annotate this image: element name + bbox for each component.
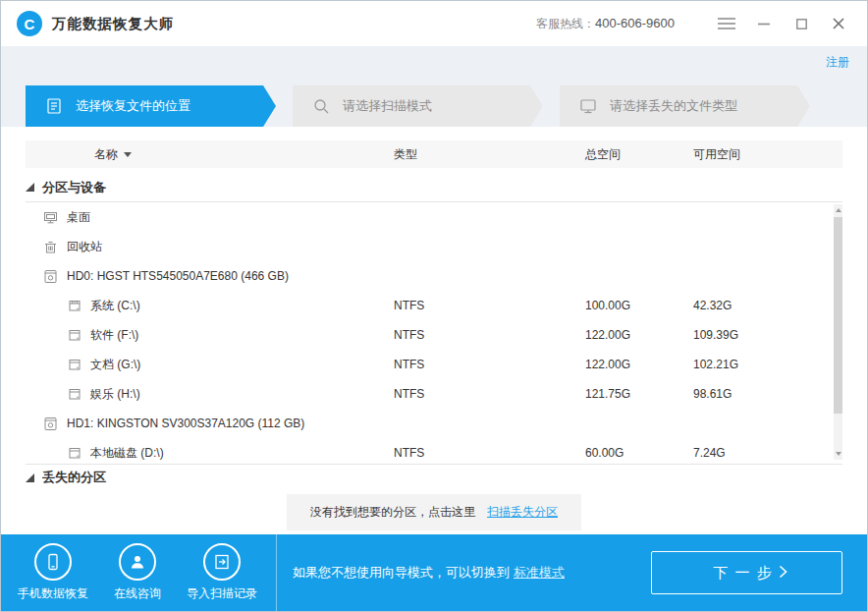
search-icon <box>312 97 330 115</box>
wizard-steps: 选择恢复文件的位置 请选择扫描模式 请选择丢失的文件类型 <box>1 78 867 127</box>
app-title: 万能数据恢复大师 <box>52 15 174 33</box>
hard-drive-icon <box>43 269 58 284</box>
person-icon <box>119 543 156 581</box>
collapse-icon <box>26 473 34 482</box>
hotline: 客服热线：400-606-9600 <box>536 16 675 32</box>
register-link[interactable]: 注册 <box>826 54 849 71</box>
table-row[interactable]: 本地磁盘 (D:\) NTFS 60.00G 7.24G <box>26 438 842 464</box>
recycle-bin-icon <box>43 240 58 254</box>
section-lost[interactable]: 丢失的分区 <box>26 464 842 490</box>
top-zone: 注册 选择恢复文件的位置 请选择扫描模式 请选择丢失的文件类型 <box>1 46 867 127</box>
mode-hint: 如果您不想使用向导模式，可以切换到标准模式 <box>293 564 565 582</box>
scrollbar[interactable] <box>834 204 842 460</box>
table-row[interactable]: 娱乐 (H:\) NTFS 121.75G 98.61G <box>26 379 842 409</box>
sort-caret-icon <box>124 152 132 157</box>
scroll-up-icon[interactable] <box>836 208 841 212</box>
step-select-location[interactable]: 选择恢复文件的位置 <box>26 85 263 127</box>
disk-icon <box>68 358 81 371</box>
import-icon <box>203 543 241 581</box>
hotline-number: 400-606-9600 <box>595 16 675 30</box>
lost-hint: 没有找到想要的分区，点击这里 扫描丢失分区 <box>287 494 581 530</box>
table-row[interactable]: 软件 (F:\) NTFS 122.00G 109.39G <box>26 320 842 350</box>
column-type: 类型 <box>394 146 585 163</box>
table-row[interactable]: 桌面 <box>26 202 842 232</box>
action-label: 导入扫描记录 <box>187 585 257 602</box>
device-list: 桌面 回收站 HD0: HGST HTS545050A7E680 (466 GB… <box>26 202 842 464</box>
menu-icon[interactable] <box>712 11 741 36</box>
column-name[interactable]: 名称 <box>26 146 394 163</box>
document-icon <box>45 97 63 115</box>
column-free: 可用空间 <box>693 146 842 163</box>
action-label: 在线咨询 <box>114 585 161 602</box>
register-row: 注册 <box>1 46 867 78</box>
minimize-button[interactable] <box>749 11 779 36</box>
table-row[interactable]: HD0: HGST HTS545050A7E680 (466 GB) <box>26 261 842 291</box>
section-devices[interactable]: 分区与设备 <box>26 173 842 202</box>
standard-mode-link[interactable]: 标准模式 <box>514 565 565 580</box>
system-disk-icon <box>68 299 81 312</box>
hotline-label: 客服热线： <box>536 17 595 30</box>
step-label: 请选择丢失的文件类型 <box>610 97 737 115</box>
column-total: 总空间 <box>585 146 693 163</box>
action-label: 手机数据恢复 <box>18 585 88 602</box>
action-online-support[interactable]: 在线咨询 <box>95 543 180 602</box>
step-label: 请选择扫描模式 <box>343 97 432 115</box>
close-button[interactable] <box>824 11 853 36</box>
scroll-down-icon[interactable] <box>836 452 841 456</box>
disk-icon <box>68 387 81 401</box>
disk-icon <box>68 446 81 460</box>
phone-icon <box>34 543 72 581</box>
monitor-icon <box>579 97 597 115</box>
scrollbar-thumb[interactable] <box>834 217 842 414</box>
scan-lost-link[interactable]: 扫描丢失分区 <box>487 504 558 521</box>
footer-divider <box>276 534 277 611</box>
lost-hint-area: 没有找到想要的分区，点击这里 扫描丢失分区 <box>1 490 867 534</box>
table-row[interactable]: 回收站 <box>26 232 842 261</box>
step-scan-mode[interactable]: 请选择扫描模式 <box>293 85 530 127</box>
step-file-type[interactable]: 请选择丢失的文件类型 <box>560 85 797 127</box>
app-window: C 万能数据恢复大师 客服热线：400-606-9600 注册 选择恢复文件的位… <box>0 0 868 612</box>
table-header: 名称 类型 总空间 可用空间 <box>26 140 842 168</box>
footer: 手机数据恢复 在线咨询 导入扫描记录 如果您不想使用向导模式，可以切换到标准模式… <box>1 534 867 611</box>
content-panel: 名称 类型 总空间 可用空间 分区与设备 桌面 回收站 <box>1 127 867 534</box>
collapse-icon <box>26 183 34 192</box>
desktop-icon <box>43 210 58 225</box>
chevron-right-icon <box>779 565 787 582</box>
maximize-button[interactable] <box>787 11 816 36</box>
hard-drive-icon <box>43 417 58 431</box>
app-logo: C <box>17 11 42 36</box>
table-row[interactable]: HD1: KINGSTON SV300S37A120G (112 GB) <box>26 409 842 438</box>
action-import-records[interactable]: 导入扫描记录 <box>180 543 264 602</box>
table-row[interactable]: 文档 (G:\) NTFS 122.00G 102.21G <box>26 350 842 379</box>
step-label: 选择恢复文件的位置 <box>76 97 190 115</box>
titlebar: C 万能数据恢复大师 客服热线：400-606-9600 <box>1 1 867 46</box>
disk-icon <box>68 328 81 342</box>
next-button[interactable]: 下一步 <box>651 551 842 594</box>
action-phone-recovery[interactable]: 手机数据恢复 <box>11 543 95 602</box>
table-row[interactable]: 系统 (C:\) NTFS 100.00G 42.32G <box>26 291 842 320</box>
lost-hint-text: 没有找到想要的分区，点击这里 <box>310 504 475 521</box>
